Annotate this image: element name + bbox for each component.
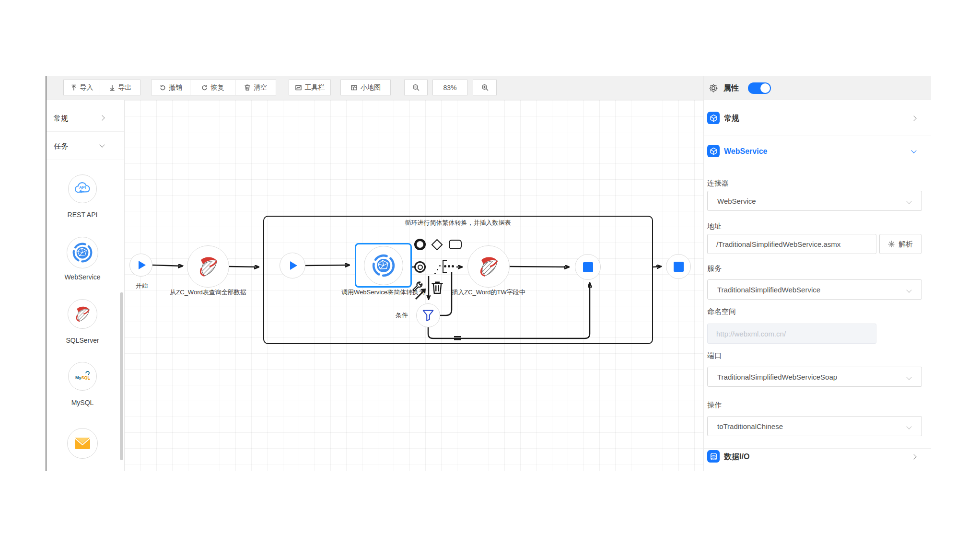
connector-select[interactable]: WebService (707, 191, 922, 211)
section-general-label: 常规 (724, 114, 739, 124)
component-webservice-label: WebService (64, 273, 100, 281)
divider (47, 160, 124, 160)
component-rest-api-label: REST API (68, 211, 98, 219)
chevron-right-icon (911, 454, 916, 459)
ellipsis-dot[interactable] (444, 265, 446, 267)
shape-circle-icon[interactable] (414, 239, 426, 250)
component-sqlserver[interactable] (68, 299, 97, 329)
section-webservice-label: WebService (724, 147, 767, 156)
play-icon (139, 261, 146, 269)
parse-button[interactable]: 解析 (879, 234, 922, 254)
address-label: 地址 (707, 222, 722, 231)
service-label: 服务 (707, 264, 722, 273)
download-icon (109, 84, 116, 91)
sidebar-section-tasks-label: 任务 (54, 142, 68, 151)
port-value: TraditionalSimplifiedWebServiceSoap (717, 373, 837, 381)
play-icon (290, 261, 297, 270)
component-webservice[interactable] (67, 237, 98, 268)
cube-icon (707, 145, 720, 157)
import-button[interactable]: 导入 (63, 80, 100, 95)
divider (704, 448, 931, 449)
edge-label-marker (454, 336, 461, 342)
svg-text:API: API (79, 185, 86, 190)
node-start[interactable] (129, 254, 152, 277)
namespace-label: 命名空间 (707, 307, 736, 316)
flow-canvas[interactable]: 循环进行简体繁体转换，并插入数据表 开始 从ZC_Word表查询全部数据 (125, 100, 703, 471)
cube-icon (707, 112, 720, 124)
webservice-globe-icon (372, 254, 396, 278)
rest-api-cloud-icon: API (73, 181, 92, 197)
node-inner-start[interactable] (280, 253, 305, 278)
ellipsis-dot[interactable] (452, 265, 454, 267)
address-input[interactable] (707, 234, 876, 254)
toggle-knob (760, 83, 770, 93)
minimap-button[interactable]: 小地图 (340, 80, 391, 95)
sidebar-section-tasks[interactable]: 任务 (47, 146, 124, 147)
component-sidebar: 常规 任务 API REST API WebService (47, 100, 125, 471)
node-webservice-selected[interactable] (355, 243, 412, 288)
properties-header: 属性 (704, 76, 931, 100)
svg-text:MySQL: MySQL (75, 375, 91, 380)
node-insert-sqlserver[interactable] (467, 245, 510, 288)
zoom-in-button[interactable] (473, 80, 497, 95)
chevron-right-icon (911, 116, 916, 121)
node-query-label: 从ZC_Word表查询全部数据 (170, 288, 246, 297)
loop-group-container[interactable] (263, 216, 653, 344)
service-value: TraditionalSimplifiedWebService (717, 286, 820, 294)
connect-arrow-icon[interactable] (414, 287, 428, 301)
loop-group-title: 循环进行简体繁体转换，并插入数据表 (405, 219, 511, 227)
chevron-right-icon (99, 115, 105, 120)
service-select[interactable]: TraditionalSimplifiedWebService (707, 279, 922, 300)
zoom-out-button[interactable] (404, 80, 428, 95)
minimap-icon (350, 84, 358, 91)
component-rest-api[interactable]: API (68, 174, 97, 203)
node-inner-end[interactable] (575, 254, 601, 280)
chevron-down-icon (906, 198, 911, 204)
email-icon (73, 436, 92, 451)
node-condition-label: 条件 (396, 311, 408, 320)
zoom-level-display[interactable]: 83% (432, 80, 467, 95)
node-end[interactable] (666, 254, 691, 279)
properties-panel: 属性 常规 WebService 连接器 WebService (703, 76, 931, 471)
canvas-toolbar: 导入 导出 撤销 恢复 清空 工具栏 小地图 83% (47, 76, 703, 100)
undo-button[interactable]: 撤销 (151, 80, 190, 95)
undo-label: 撤销 (169, 83, 182, 92)
component-mysql-label: MySQL (71, 399, 94, 406)
redo-button[interactable]: 恢复 (190, 80, 235, 95)
redo-label: 恢复 (211, 83, 224, 92)
chevron-down-icon (99, 142, 105, 147)
divider (704, 168, 931, 168)
section-data-io-label: 数据I/O (724, 452, 749, 462)
operation-select[interactable]: toTraditionalChinese (707, 416, 922, 436)
node-query-sqlserver[interactable] (187, 245, 229, 288)
inner-ring (418, 265, 423, 270)
trash-icon[interactable] (431, 280, 444, 295)
sqlserver-icon (195, 254, 221, 279)
node-circle (364, 246, 403, 285)
port-select[interactable]: TraditionalSimplifiedWebServiceSoap (707, 367, 922, 387)
properties-title: 属性 (723, 83, 739, 93)
filter-funnel-icon (422, 309, 434, 322)
properties-toggle[interactable] (748, 82, 771, 94)
trash-icon (244, 84, 251, 91)
sidebar-scrollbar[interactable] (120, 292, 123, 460)
zoom-level-value: 83% (443, 84, 456, 92)
app-window: 导入 导出 撤销 恢复 清空 工具栏 小地图 83% (46, 76, 930, 471)
connector-value: WebService (717, 197, 756, 205)
sidebar-section-general-label: 常规 (54, 114, 68, 123)
connector-label: 连接器 (707, 179, 729, 188)
webservice-globe-icon (72, 242, 93, 263)
component-email[interactable] (67, 428, 98, 459)
export-button[interactable]: 导出 (100, 80, 140, 95)
shape-double-circle-icon[interactable] (414, 261, 426, 273)
ellipsis-dot[interactable] (448, 265, 450, 267)
toolbar-toggle-button[interactable]: 工具栏 (289, 80, 331, 95)
shape-rounded-rect-icon[interactable] (449, 240, 462, 249)
node-condition-filter[interactable] (416, 303, 440, 327)
sidebar-section-general[interactable]: 常规 (47, 118, 124, 119)
import-label: 导入 (80, 83, 93, 92)
port-label: 端口 (707, 351, 722, 360)
clear-label: 清空 (254, 83, 267, 92)
component-mysql[interactable]: MySQL (68, 362, 97, 391)
clear-button[interactable]: 清空 (235, 80, 276, 95)
